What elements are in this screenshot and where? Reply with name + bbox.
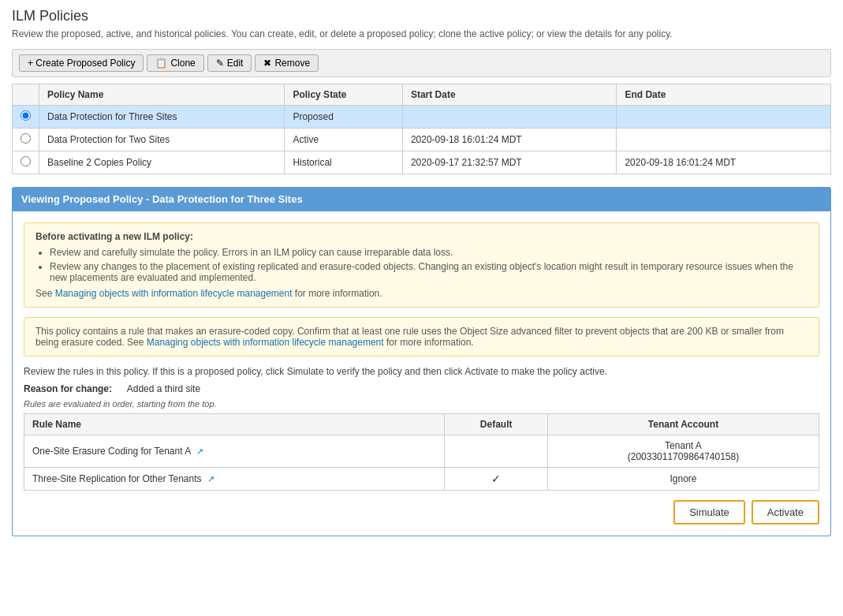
- rule-tenant-cell: Ignore: [547, 468, 819, 491]
- remove-icon: ✖: [263, 58, 271, 69]
- policy-end-cell: [617, 129, 831, 151]
- rule-link-icon[interactable]: ↗: [207, 474, 214, 483]
- viewing-section: Viewing Proposed Policy - Data Protectio…: [12, 187, 831, 536]
- page-title: ILM Policies: [12, 8, 831, 24]
- create-proposed-policy-button[interactable]: + Create Proposed Policy: [19, 54, 144, 72]
- rules-note: Rules are evaluated in order, starting f…: [24, 399, 819, 409]
- warning-text-2: This policy contains a rule that makes a…: [35, 326, 808, 348]
- clone-button[interactable]: 📋 Clone: [147, 54, 203, 72]
- rule-link-icon[interactable]: ↗: [196, 446, 203, 456]
- col-radio: [13, 84, 39, 106]
- review-text: Review the rules in this policy. If this…: [24, 366, 819, 377]
- policy-state-cell: Proposed: [285, 106, 402, 129]
- radio-cell[interactable]: [13, 151, 39, 174]
- toolbar: + Create Proposed Policy 📋 Clone ✎ Edit …: [12, 49, 831, 77]
- rule-tenant-cell: Tenant A(20033011709864740158): [547, 435, 819, 468]
- warning-box-1: Before activating a new ILM policy: Revi…: [24, 222, 819, 308]
- rules-table: Rule Name Default Tenant Account One-Sit…: [24, 413, 819, 491]
- edit-button[interactable]: ✎ Edit: [207, 54, 252, 72]
- policy-start-cell: 2020-09-18 16:01:24 MDT: [402, 129, 617, 151]
- edit-icon: ✎: [216, 58, 224, 69]
- warning-footer-1: See Managing objects with information li…: [35, 288, 808, 299]
- remove-button[interactable]: ✖ Remove: [255, 54, 319, 72]
- policy-radio[interactable]: [21, 156, 31, 166]
- viewing-body: Before activating a new ILM policy: Revi…: [12, 211, 831, 536]
- warning-box-2: This policy contains a rule that makes a…: [24, 317, 819, 357]
- reason-value: Added a third site: [127, 383, 200, 394]
- policy-end-cell: 2020-09-18 16:01:24 MDT: [617, 151, 831, 174]
- col-policy-state: Policy State: [285, 84, 402, 106]
- policy-radio[interactable]: [21, 110, 31, 121]
- default-checkmark: ✓: [491, 472, 501, 485]
- col-start-date: Start Date: [402, 84, 617, 106]
- rules-col-name: Rule Name: [24, 414, 445, 435]
- bottom-actions: Simulate Activate: [24, 500, 819, 525]
- warning-bullet: Review any changes to the placement of e…: [50, 261, 808, 283]
- rule-default-cell: [445, 435, 548, 468]
- table-row[interactable]: Data Protection for Two Sites Active 202…: [13, 129, 831, 151]
- policy-start-cell: [402, 106, 617, 129]
- policy-name-cell: Data Protection for Three Sites: [39, 106, 285, 129]
- warning-link-2[interactable]: Managing objects with information lifecy…: [147, 337, 384, 348]
- policy-start-cell: 2020-09-17 21:32:57 MDT: [402, 151, 617, 174]
- policy-state-cell: Historical: [285, 151, 402, 174]
- policy-name-cell: Baseline 2 Copies Policy: [39, 151, 285, 174]
- table-row[interactable]: Baseline 2 Copies Policy Historical 2020…: [13, 151, 831, 174]
- rule-name-cell: One-Site Erasure Coding for Tenant A ↗: [24, 435, 445, 468]
- activate-button[interactable]: Activate: [752, 500, 819, 525]
- radio-cell[interactable]: [13, 106, 39, 129]
- warning-list-1: Review and carefully simulate the policy…: [50, 247, 808, 283]
- rules-col-tenant: Tenant Account: [547, 414, 819, 435]
- table-row[interactable]: Data Protection for Three Sites Proposed: [13, 106, 831, 129]
- warning-link-1[interactable]: Managing objects with information lifecy…: [55, 288, 293, 299]
- page-description: Review the proposed, active, and histori…: [12, 28, 831, 39]
- policy-end-cell: [617, 106, 831, 129]
- policy-table: Policy Name Policy State Start Date End …: [12, 84, 831, 174]
- reason-row: Reason for change: Added a third site: [24, 383, 819, 394]
- rules-col-default: Default: [445, 414, 548, 435]
- simulate-button[interactable]: Simulate: [673, 500, 745, 525]
- viewing-header: Viewing Proposed Policy - Data Protectio…: [12, 187, 831, 211]
- policy-state-cell: Active: [285, 129, 402, 151]
- rules-table-row: One-Site Erasure Coding for Tenant A ↗ T…: [24, 435, 819, 468]
- rules-table-row: Three-Site Replication for Other Tenants…: [24, 468, 819, 491]
- col-end-date: End Date: [617, 84, 831, 106]
- warning-title-1: Before activating a new ILM policy:: [35, 231, 808, 242]
- rule-name-cell: Three-Site Replication for Other Tenants…: [24, 468, 445, 491]
- reason-label: Reason for change:: [24, 383, 112, 394]
- clone-icon: 📋: [155, 58, 167, 69]
- policy-name-cell: Data Protection for Two Sites: [39, 129, 285, 151]
- radio-cell[interactable]: [13, 129, 39, 151]
- warning-bullet: Review and carefully simulate the policy…: [50, 247, 808, 258]
- col-policy-name: Policy Name: [39, 84, 285, 106]
- policy-radio[interactable]: [21, 133, 31, 144]
- rule-default-cell: ✓: [445, 468, 548, 491]
